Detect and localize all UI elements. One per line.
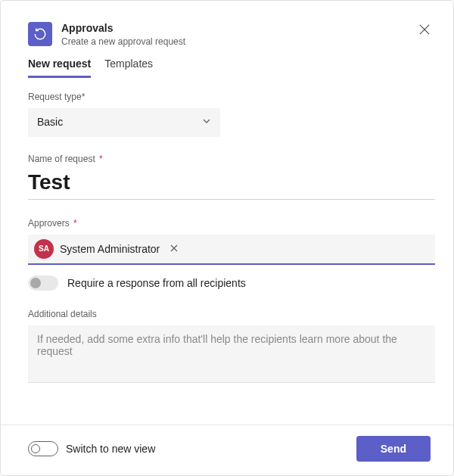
switch-view-toggle[interactable] [28,441,58,456]
close-button[interactable] [415,20,434,39]
header-text: Approvals Create a new approval request [61,22,431,47]
approvers-input[interactable]: SA System Administrator [28,235,435,265]
dialog-footer: Switch to new view Send [1,425,453,475]
switch-view-row: Switch to new view [28,441,155,456]
tab-new-request[interactable]: New request [28,58,91,78]
avatar: SA [34,239,54,259]
approvals-app-icon [28,22,52,46]
name-input-wrap [28,170,435,200]
toggle-knob [31,444,40,453]
name-of-request-input[interactable] [28,170,435,194]
request-type-value: Basic [37,116,63,128]
approver-chip-label: System Administrator [60,243,160,255]
tabs: New request Templates [1,54,453,78]
tab-templates[interactable]: Templates [104,58,153,78]
app-title: Approvals [61,22,431,35]
remove-approver-button[interactable] [170,243,178,254]
form-scroll-area[interactable]: Request type* Basic Name of request * Ap… [1,78,453,425]
chevron-down-icon [202,115,211,129]
switch-view-label: Switch to new view [66,443,155,455]
close-icon [419,24,430,35]
require-response-label: Require a response from all recipients [67,277,246,289]
require-response-toggle[interactable] [28,275,58,291]
app-subtitle: Create a new approval request [61,36,431,47]
approvers-label: Approvers * [28,218,435,229]
send-button[interactable]: Send [356,436,431,462]
dialog-header: Approvals Create a new approval request [1,1,453,54]
request-type-label: Request type* [28,92,435,102]
require-response-row: Require a response from all recipients [28,275,435,291]
request-type-select[interactable]: Basic [28,108,220,137]
additional-details-label: Additional details [28,309,435,319]
name-of-request-label: Name of request * [28,154,435,164]
approver-chip: SA System Administrator [34,239,178,259]
close-icon [170,244,178,252]
toggle-knob [30,278,41,288]
approvals-dialog: Approvals Create a new approval request … [1,1,453,475]
additional-details-input[interactable] [28,325,435,383]
